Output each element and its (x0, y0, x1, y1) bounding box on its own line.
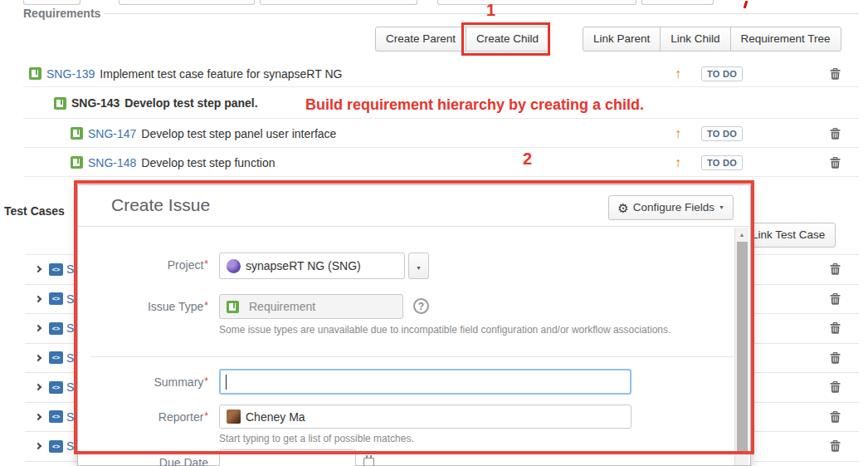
test-case-row: <> SN (25, 314, 77, 344)
expand-chevron-icon[interactable] (35, 266, 41, 272)
test-case-type-icon: <> (49, 292, 63, 305)
test-case-row-actions (754, 373, 859, 403)
test-case-type-icon: <> (49, 381, 63, 394)
priority-up-icon: ↑ (675, 156, 681, 169)
priority-up-icon: ↑ (675, 127, 681, 140)
annotation-note: Build requirement hierarchy by creating … (305, 96, 644, 114)
cutoff-button (119, 0, 255, 5)
requirement-summary: Implement test case feature for synapseR… (100, 67, 342, 81)
expand-chevron-icon[interactable] (35, 296, 41, 302)
link-test-case-button[interactable]: Link Test Case (741, 223, 836, 248)
annotation-box-create-child (461, 22, 550, 56)
create-parent-button[interactable]: Create Parent (375, 27, 466, 52)
requirement-summary: Develop test step panel. (124, 96, 257, 110)
test-case-row-actions (754, 314, 859, 344)
test-case-row: <> SN (25, 255, 77, 285)
status-badge: TO DO (701, 126, 743, 141)
expand-chevron-icon[interactable] (35, 443, 41, 449)
cutoff-button (23, 0, 80, 5)
expand-chevron-icon[interactable] (35, 355, 41, 361)
section-divider (104, 13, 859, 14)
requirement-type-icon (71, 127, 83, 140)
test-case-row-actions (754, 432, 859, 462)
test-case-type-icon: <> (49, 410, 63, 423)
test-case-row-actions (754, 255, 859, 285)
test-case-type-icon: <> (49, 351, 63, 364)
requirement-type-icon (54, 97, 66, 110)
status-badge: TO DO (701, 66, 743, 81)
test-case-list-left: <> SN <> SN <> SN <> SN <> SN <> SN (25, 254, 77, 462)
delete-icon[interactable] (830, 68, 841, 80)
delete-icon[interactable] (830, 263, 841, 275)
requirement-row: SNG-147 Develop test step panel user int… (23, 120, 859, 148)
annotation-step-1: 1 (486, 1, 495, 20)
priority-up-icon: ↑ (675, 67, 681, 81)
requirement-summary: Develop test step function (141, 156, 275, 169)
delete-icon[interactable] (830, 440, 841, 452)
test-case-type-icon: <> (49, 440, 63, 453)
requirements-section-title: Requirements (23, 7, 100, 20)
test-case-row: <> SN (25, 285, 77, 315)
annotation-mark (744, 1, 749, 8)
delete-icon[interactable] (830, 128, 841, 140)
test-case-row: <> SN (25, 403, 77, 433)
requirement-tree-button[interactable]: Requirement Tree (730, 27, 841, 52)
cutoff-button (260, 0, 417, 5)
test-cases-section-title: Test Cases (4, 204, 65, 218)
expand-chevron-icon[interactable] (35, 325, 41, 331)
page: Requirements Create Parent Create Child … (0, 0, 868, 466)
test-case-row: <> SN (25, 373, 77, 403)
link-buttons-group: Link Parent Link Child Requirement Tree (583, 27, 841, 52)
requirement-key-link[interactable]: SNG-148 (88, 156, 136, 169)
delete-icon[interactable] (830, 381, 841, 393)
link-child-button[interactable]: Link Child (660, 27, 730, 52)
test-case-row: <> SN (25, 432, 77, 462)
test-case-row-actions (754, 403, 859, 433)
requirement-key-link[interactable]: SNG-147 (88, 127, 136, 140)
requirement-key-link[interactable]: SNG-143 (71, 96, 119, 110)
delete-icon[interactable] (830, 322, 841, 334)
test-case-row-actions (754, 344, 859, 374)
requirement-type-icon (71, 156, 83, 169)
test-case-type-icon: <> (49, 322, 63, 335)
test-case-list-right (754, 254, 859, 462)
cutoff-button (437, 0, 636, 5)
test-case-type-icon: <> (49, 263, 63, 276)
expand-chevron-icon[interactable] (35, 414, 41, 420)
requirement-row: SNG-148 Develop test step function ↑ TO … (23, 149, 859, 177)
requirement-key-link[interactable]: SNG-139 (46, 67, 95, 81)
due-date-label: Due Date (78, 456, 208, 466)
calendar-icon[interactable] (363, 458, 374, 466)
requirement-summary: Develop test step panel user interface (141, 127, 336, 140)
link-parent-button[interactable]: Link Parent (583, 27, 661, 52)
delete-icon[interactable] (830, 157, 841, 169)
annotation-box-dialog (74, 180, 754, 454)
delete-icon[interactable] (830, 352, 841, 364)
annotation-step-2: 2 (523, 150, 532, 169)
status-badge: TO DO (701, 155, 743, 170)
test-case-row: <> SN (25, 344, 77, 374)
test-case-row-actions (754, 285, 859, 315)
delete-icon[interactable] (830, 411, 841, 423)
cutoff-button (641, 0, 714, 5)
expand-chevron-icon[interactable] (35, 384, 41, 390)
requirement-type-icon (29, 67, 41, 80)
requirement-row: SNG-139 Implement test case feature for … (23, 61, 859, 87)
delete-icon[interactable] (830, 293, 841, 305)
